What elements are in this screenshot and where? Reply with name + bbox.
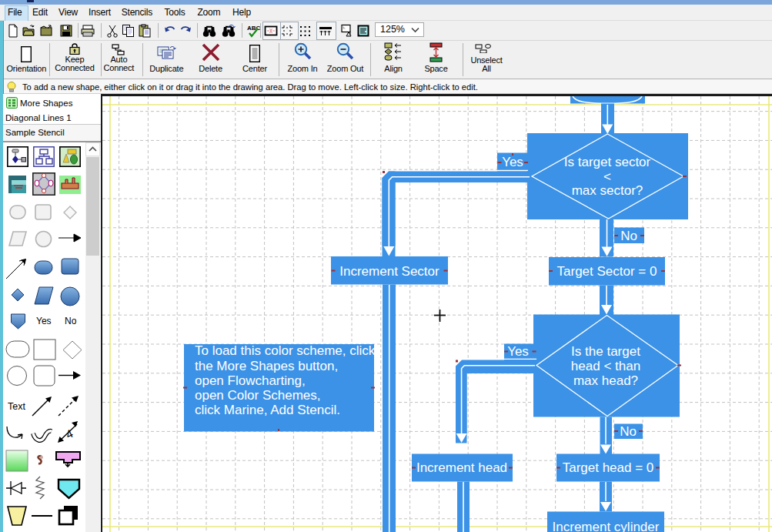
svg-text:open Flowcharting,: open Flowcharting, <box>195 373 306 388</box>
svg-text:Increment Sector: Increment Sector <box>339 264 439 279</box>
svg-text:click Marine, Add Stencil.: click Marine, Add Stencil. <box>195 403 340 417</box>
svg-text:Is target sector: Is target sector <box>564 155 651 169</box>
svg-text:<: < <box>603 169 611 184</box>
svg-text:head < than: head < than <box>571 359 640 373</box>
svg-text:Target head = 0: Target head = 0 <box>563 460 654 475</box>
svg-text:Target Sector = 0: Target Sector = 0 <box>557 264 657 279</box>
svg-text:To load this color scheme, cli: To load this color scheme, click <box>195 343 376 358</box>
svg-text:Is the target: Is the target <box>571 344 640 359</box>
svg-text:No: No <box>620 424 637 439</box>
svg-text:No: No <box>620 229 637 243</box>
svg-text:Yes: Yes <box>502 155 523 169</box>
svg-text:Increment head: Increment head <box>416 460 507 475</box>
svg-text:Yes: Yes <box>507 344 529 359</box>
svg-text:Increment cylinder: Increment cylinder <box>553 520 660 532</box>
svg-text:max sector?: max sector? <box>572 183 643 198</box>
svg-text:max head?: max head? <box>573 373 638 388</box>
svg-text:open Color Schemes,: open Color Schemes, <box>195 388 320 403</box>
svg-text:the More Shapes button,: the More Shapes button, <box>195 359 338 373</box>
